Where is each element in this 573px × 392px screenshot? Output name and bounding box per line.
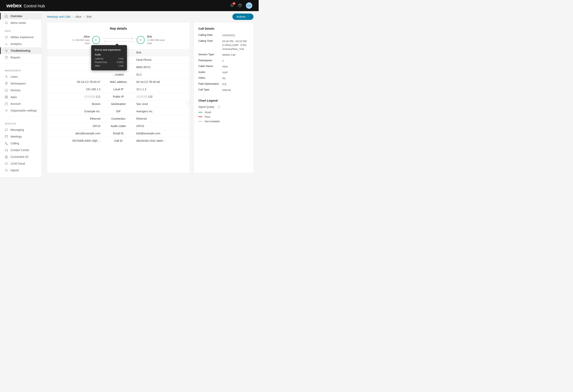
svg-point-2 — [6, 83, 7, 84]
hop-cell-alice: Boston — [52, 102, 101, 105]
breadcrumb-party-b: Bob — [87, 15, 91, 18]
monitor-icon — [5, 88, 8, 92]
sidebar-item-account[interactable]: Account — [0, 100, 42, 107]
sidebar-item-connected-uc[interactable]: Connected UC — [0, 153, 42, 160]
detail-value: VoIP — [222, 70, 249, 75]
grid-icon — [5, 95, 8, 99]
sidebar-item-alerts[interactable]: Alerts center — [0, 19, 42, 26]
svg-rect-6 — [5, 97, 6, 98]
sidebar-item-devices[interactable]: Devices — [0, 87, 42, 94]
hop-cell-alice: 192.168.1.2 — [52, 88, 101, 91]
svg-rect-7 — [7, 97, 8, 98]
hop-cell-bob: 00:1A:C2:7B:00:48 — [136, 80, 185, 84]
detail-key: Path Optimization: — [198, 82, 222, 86]
sidebar-item-label: Workspaces — [11, 82, 26, 85]
detail-value: 01/04/2021 — [222, 34, 249, 37]
hop-node-bob[interactable] — [137, 36, 145, 44]
sidebar-item-label: Users — [11, 75, 18, 78]
hop-cell-metric: Connection — [101, 117, 136, 120]
hop-table-row: EthernetConnectionEthernet — [47, 115, 190, 122]
detail-value: No — [222, 76, 249, 80]
gear-icon — [5, 109, 8, 112]
sidebar-item-label: Troubleshooting — [11, 49, 30, 52]
hop-cell-bob: 23.53.58.132 — [136, 95, 185, 98]
sidebar-item-ucm-cloud[interactable]: UCM Cloud — [0, 160, 42, 167]
detail-row: Audio:VoIP — [198, 70, 249, 75]
sidebar-item-reports[interactable]: Reports — [0, 54, 42, 61]
sidebar-item-overview[interactable]: Overview — [0, 13, 42, 19]
hop-cell-bob: 8845-3PCC — [136, 66, 185, 69]
sidebar-item-calling[interactable]: Calling — [0, 140, 42, 147]
detail-value: Webex Call — [222, 53, 249, 57]
sidebar-item-meetings[interactable]: Meetings — [0, 133, 42, 140]
party-alice: Alice +1 234-567-xxxx User — [72, 35, 100, 45]
legend-text: Good — [205, 111, 211, 114]
call-details-panel: Call Details Calling Date:01/04/2021Call… — [194, 22, 253, 173]
hop-tooltip: End to end experience Audio Latency:2 ms… — [91, 45, 127, 70]
avatar[interactable]: CH — [246, 2, 252, 9]
sidebar-item-messaging[interactable]: Messaging — [0, 126, 42, 133]
brand: webex Control Hub — [6, 2, 45, 9]
sidebar-item-apps[interactable]: Apps — [0, 94, 42, 100]
party-alice-role: User — [72, 42, 90, 45]
hop-cell-bob: bob@example.com — [136, 132, 185, 135]
info-icon[interactable]: i — [217, 105, 220, 108]
sidebar-item-label: Analytics — [11, 42, 22, 46]
hop-node-alice[interactable] — [92, 36, 100, 44]
detail-key: Audio: — [198, 70, 222, 75]
legend-item: Good — [198, 111, 249, 114]
hop-cell-metric: Call ID — [101, 139, 136, 142]
hop-cell-alice: OPUS — [52, 124, 101, 128]
file-icon — [5, 56, 8, 59]
sidebar-item-label: Webex experience — [11, 35, 34, 39]
sidebar-item-org-settings[interactable]: Organization settings — [0, 107, 42, 114]
sidebar-item-hybrid[interactable]: Hybrid — [0, 167, 42, 174]
detail-row: Calling Time:03:30 PM - 03:33 PM (3 Mins… — [198, 39, 249, 51]
tooltip-title: End to end experience — [95, 48, 123, 51]
hop-cell-alice: 5f37648h-64hh-28j6-... — [52, 139, 101, 142]
tooltip-subtitle: Audio — [95, 53, 123, 56]
sidebar-item-users[interactable]: Users — [0, 73, 42, 80]
bar-chart-icon — [5, 42, 8, 46]
actions-button[interactable]: Actions — [233, 14, 253, 20]
main: Meetings and Calls Alice → Bob Actions H… — [42, 11, 259, 177]
help-button[interactable] — [238, 3, 242, 8]
header-actions: 6 CH — [230, 2, 252, 9]
detail-key: Calling Date: — [198, 34, 222, 37]
chevron-down-icon — [247, 16, 250, 18]
svg-rect-5 — [7, 96, 8, 97]
hop-table-row: 00:1A:C2:7B:00:47MAC address00:1A:C2:7B:… — [47, 78, 190, 85]
sidebar-divider — [0, 116, 42, 117]
briefcase-icon — [5, 102, 8, 105]
hop-cell-metric: Geolocation — [101, 102, 136, 105]
chart-legend-title: Chart Legend — [198, 99, 249, 102]
hop-cell-metric: Local IP — [101, 88, 136, 91]
detail-key: Caller Name: — [198, 65, 222, 68]
sidebar-item-troubleshooting[interactable]: Troubleshooting — [0, 47, 42, 54]
notifications-button[interactable]: 6 — [230, 3, 234, 8]
legend-text: Not Available — [205, 120, 220, 123]
cloud-server-icon — [5, 162, 8, 165]
sidebar-item-contact-center[interactable]: Contact Center — [0, 147, 42, 153]
hop-table-row: alice@example.comEmail IDbob@example.com — [47, 130, 190, 137]
svg-point-9 — [6, 110, 7, 111]
activity-icon — [5, 49, 8, 52]
sidebar-item-analytics[interactable]: Analytics — [0, 41, 42, 47]
hop-cell-metric: Email ID — [101, 132, 136, 135]
legend-text: Poor — [205, 115, 210, 118]
breadcrumb-root[interactable]: Meetings and Calls — [47, 15, 71, 18]
hop-cell-alice: 00:1A:C2:7B:00:47 — [52, 80, 101, 84]
breadcrumb: Meetings and Calls Alice → Bob — [47, 15, 91, 18]
sidebar-item-workspaces[interactable]: Workspaces — [0, 80, 42, 87]
brand-subtitle: Control Hub — [24, 4, 45, 8]
sidebar-item-webex-experience[interactable]: Webex experience — [0, 34, 42, 41]
heart-icon — [5, 35, 8, 39]
home-icon — [5, 14, 8, 18]
legend-item: Poor — [198, 115, 249, 118]
party-bob-role: User — [147, 42, 165, 45]
party-alice-phone: +1 234-567-xxxx — [72, 39, 90, 42]
detail-key: Session Type: — [198, 53, 222, 57]
svg-rect-8 — [5, 103, 8, 105]
hop-table-row: BostonGeolocationSan Jose — [47, 100, 190, 107]
sidebar-item-label: Connected UC — [11, 155, 29, 158]
